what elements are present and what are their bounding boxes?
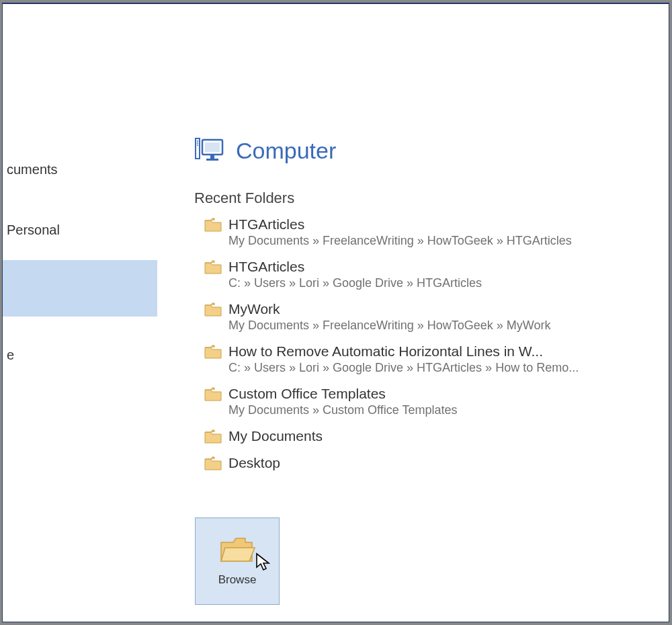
sidebar-item[interactable]: Personal: [3, 215, 157, 245]
svg-rect-11: [206, 159, 218, 161]
folder-icon: [204, 218, 222, 233]
folder-texts: HTGArticles My Documents » FreelanceWrit…: [228, 216, 655, 248]
sidebar-item[interactable]: e: [3, 340, 157, 370]
folder-name: My Documents: [228, 428, 655, 444]
computer-icon: [194, 137, 224, 164]
recent-folder-item[interactable]: My Documents: [204, 424, 655, 451]
folder-path: C: » Users » Lori » Google Drive » HTGAr…: [228, 276, 655, 290]
recent-folder-item[interactable]: MyWork My Documents » FreelanceWriting »…: [204, 297, 655, 339]
folder-name: How to Remove Automatic Horizontal Lines…: [228, 343, 655, 360]
folder-path: My Documents » FreelanceWriting » HowToG…: [228, 319, 655, 333]
folder-name: Custom Office Templates: [228, 386, 655, 402]
recent-folder-item[interactable]: How to Remove Automatic Horizontal Lines…: [204, 339, 655, 382]
folder-path: C: » Users » Lori » Google Drive » HTGAr…: [228, 361, 655, 375]
sidebar-item[interactable]: cuments: [3, 155, 157, 184]
recent-folder-item[interactable]: Custom Office Templates My Documents » C…: [204, 382, 655, 424]
folder-path: My Documents » FreelanceWriting » HowToG…: [228, 234, 655, 248]
page-header: Computer: [194, 137, 336, 164]
folder-icon: [204, 456, 222, 471]
folder-path: My Documents » Custom Office Templates: [228, 403, 655, 417]
sidebar-item-label: Personal: [7, 222, 60, 238]
folder-icon: [204, 345, 222, 360]
folder-texts: Custom Office Templates My Documents » C…: [228, 386, 655, 417]
folder-icon: [204, 387, 222, 402]
browse-label: Browse: [218, 573, 257, 587]
folder-name: HTGArticles: [228, 259, 655, 275]
sidebar-item-label: cuments: [7, 162, 58, 177]
main-panel: Computer Recent Folders HTGArticles My D…: [157, 4, 669, 622]
folder-icon: [204, 260, 222, 275]
sidebar: cuments Personal e: [3, 4, 157, 622]
svg-rect-10: [210, 155, 214, 159]
recent-folder-item[interactable]: HTGArticles My Documents » FreelanceWrit…: [204, 212, 655, 255]
browse-button[interactable]: Browse: [195, 517, 280, 605]
folder-open-icon: [218, 536, 256, 565]
folder-name: MyWork: [228, 301, 655, 317]
svg-rect-9: [205, 142, 220, 152]
recent-folder-item[interactable]: Desktop: [204, 451, 655, 478]
page-title: Computer: [236, 138, 336, 164]
app-window: Word ? – Lori ▼ cuments: [2, 3, 669, 622]
folder-texts: How to Remove Automatic Horizontal Lines…: [228, 343, 655, 375]
folder-name: Desktop: [228, 455, 655, 471]
folder-icon: [204, 302, 222, 317]
folder-texts: MyWork My Documents » FreelanceWriting »…: [228, 301, 655, 333]
folder-texts: My Documents: [228, 428, 655, 444]
folder-texts: Desktop: [228, 455, 655, 471]
sidebar-item-selected[interactable]: [3, 260, 157, 317]
folder-name: HTGArticles: [228, 216, 655, 233]
recent-folders-list: HTGArticles My Documents » FreelanceWrit…: [204, 212, 655, 478]
recent-folder-item[interactable]: HTGArticles C: » Users » Lori » Google D…: [204, 255, 655, 297]
folder-texts: HTGArticles C: » Users » Lori » Google D…: [228, 259, 655, 290]
recent-folders-label: Recent Folders: [194, 190, 294, 207]
sidebar-item-label: e: [7, 347, 14, 363]
folder-icon: [204, 429, 222, 444]
